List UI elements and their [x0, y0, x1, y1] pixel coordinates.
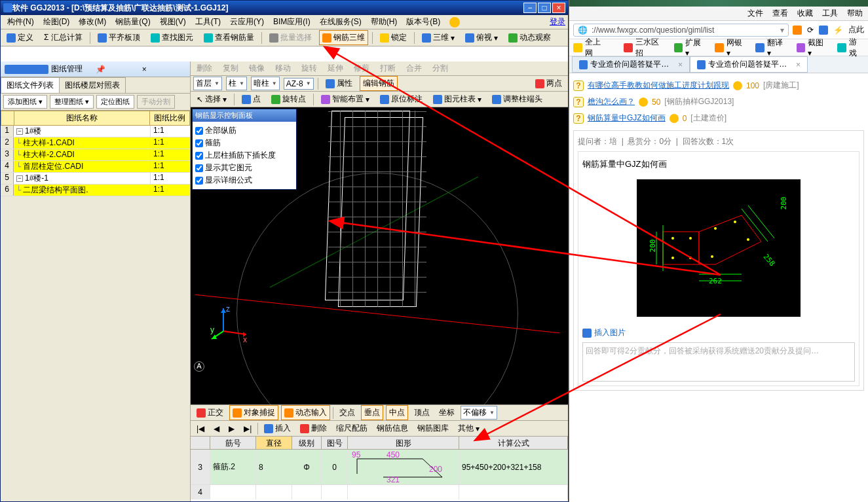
scale-rebar-button[interactable]: 缩尺配筋 — [333, 421, 371, 436]
move-button[interactable]: 移动 — [272, 61, 294, 76]
refresh-icon[interactable]: ⟳ — [807, 26, 814, 35]
insert-button[interactable]: 插入 — [261, 421, 294, 436]
split-drawing-button[interactable]: 手动分割 — [137, 95, 175, 109]
ortho-button[interactable]: 正交 — [193, 405, 227, 420]
rebar-3d-button[interactable]: 钢筋三维 — [319, 30, 368, 45]
question-link[interactable]: 檐沟怎么画？ — [588, 96, 635, 107]
offset-select[interactable]: 不偏移▼ — [461, 406, 497, 420]
delete-button[interactable]: 删除 — [193, 61, 216, 76]
menu-bim[interactable]: BIM应用(I) — [269, 15, 314, 29]
drawing-row[interactable]: 1− 1#楼1:1 — [1, 126, 190, 137]
merge-button[interactable]: 合并 — [403, 61, 425, 76]
trim-button[interactable]: 修剪 — [350, 61, 373, 76]
login-link[interactable]: 登录 — [550, 16, 565, 27]
tab-close-icon[interactable]: × — [796, 60, 801, 69]
drawing-canvas[interactable]: 钢筋显示控制面板 全部纵筋箍筋上层柱插筋下插长度显示其它图元显示详细公式 A 2… — [191, 107, 568, 404]
rebar-checkbox[interactable] — [195, 152, 203, 160]
bookmark-item[interactable]: 网银 ▾ — [715, 37, 747, 59]
tab-close-icon[interactable]: × — [678, 60, 683, 69]
coord-button[interactable]: 坐标 — [436, 405, 458, 420]
attr-button[interactable]: 属性 — [322, 76, 356, 91]
align-button[interactable]: 平齐板顶 — [94, 30, 143, 45]
persp-button[interactable]: 俯视▾ — [462, 30, 501, 45]
elemtbl-button[interactable]: 图元柱表▾ — [430, 92, 485, 107]
rebar-option[interactable]: 显示详细公式 — [195, 174, 293, 187]
find-button[interactable]: 查找图元 — [147, 30, 197, 45]
menu-tools[interactable]: 工具(T) — [191, 15, 225, 29]
mirror-button[interactable]: 镜像 — [246, 61, 268, 76]
rebar-checkbox[interactable] — [195, 177, 203, 185]
floor-select[interactable]: 首层▼ — [193, 77, 222, 90]
bookmark-item[interactable]: 游戏 — [837, 37, 864, 59]
tidy-drawing-button[interactable]: 整理图纸 ▾ — [50, 95, 94, 109]
prev-button[interactable]: ◀ — [210, 422, 223, 435]
sum-button[interactable]: Σ 汇总计算 — [41, 30, 86, 45]
point-button[interactable]: 点 — [238, 92, 264, 107]
bookmark-item[interactable]: 翻译 ▾ — [755, 37, 788, 59]
osnap-button[interactable]: 对象捕捉 — [229, 405, 278, 420]
mid-button[interactable]: 中点 — [386, 405, 408, 420]
rebar-option[interactable]: 上层柱插筋下插长度 — [195, 149, 293, 162]
apex-button[interactable]: 顶点 — [411, 405, 433, 420]
rotate-button[interactable]: 旋转 — [298, 61, 320, 76]
dot-label[interactable]: 点此 — [848, 24, 864, 35]
panel-close-icon[interactable]: × — [142, 65, 186, 74]
rebar-row-empty[interactable]: 4 — [191, 485, 568, 501]
rebar-checkbox[interactable] — [195, 127, 203, 135]
rebar-row[interactable]: 3 箍筋.2 8 Φ 0 95 450 200 321 95+450+200+3… — [191, 450, 568, 485]
two-point-button[interactable]: 两点 — [532, 76, 565, 91]
rebar-option[interactable]: 箍筋 — [195, 137, 293, 149]
delete-row-button[interactable]: 删除 — [297, 421, 330, 436]
lock-button[interactable]: 锁定 — [377, 30, 410, 45]
next-button[interactable]: ▶ — [225, 422, 238, 435]
rotpoint-button[interactable]: 旋转点 — [268, 92, 309, 107]
batch-button[interactable]: 批量选择 — [266, 30, 315, 45]
answer-input[interactable]: 回答即可得2分贡献分，回答被采纳获得系统赠送20贡献分及提问… — [582, 342, 855, 382]
pin-icon[interactable]: 📌 — [96, 65, 140, 74]
adjtop-button[interactable]: 调整柱端头 — [489, 92, 546, 107]
bookmark-item[interactable]: 三水区招 — [624, 37, 666, 59]
perp-button[interactable]: 垂点 — [361, 405, 383, 420]
close-button[interactable]: × — [552, 3, 565, 13]
dyn-input-button[interactable]: 动态输入 — [281, 405, 330, 420]
br-menu-fav[interactable]: 收藏 — [797, 8, 813, 19]
maximize-button[interactable]: □ — [538, 3, 551, 13]
tree-toggle[interactable]: − — [16, 175, 23, 182]
edit-rebar-button[interactable]: 编辑钢筋 — [360, 76, 398, 91]
last-button[interactable]: ▶| — [240, 422, 255, 435]
code-select[interactable]: AZ-8▼ — [284, 78, 314, 90]
drawing-row[interactable]: 2└ 柱大样-1.CADI1:1 — [1, 137, 190, 149]
tab-floor-map[interactable]: 图纸楼层对照表 — [59, 77, 126, 93]
dyn-view-button[interactable]: 动态观察 — [505, 30, 554, 45]
drawing-row[interactable]: 4└ 首层柱定位.CADI1:1 — [1, 161, 190, 173]
action-icon-1[interactable] — [793, 26, 802, 35]
check-button[interactable]: 查看钢筋量 — [200, 30, 257, 45]
cell-shape[interactable]: 95 450 200 321 — [348, 450, 459, 484]
extend-button[interactable]: 延伸 — [324, 61, 347, 76]
menu-online[interactable]: 在线服务(S) — [316, 15, 366, 29]
view-3d-button[interactable]: 三维▾ — [419, 30, 458, 45]
question-link[interactable]: 有哪位高手教教如何做施工进度计划跟现 — [588, 80, 729, 91]
question-link[interactable]: 钢筋算量中GJZ如何画 — [588, 113, 666, 124]
rebar-option[interactable]: 全部纵筋 — [195, 124, 293, 137]
br-menu-help[interactable]: 帮助 — [847, 8, 863, 19]
flash-icon[interactable]: ⚡ — [833, 26, 843, 35]
smart-button[interactable]: 智能布置▾ — [318, 92, 373, 107]
rebar-info-button[interactable]: 钢筋信息 — [373, 421, 411, 436]
orig-button[interactable]: 原位标注 — [377, 92, 426, 107]
tree-toggle[interactable]: − — [16, 128, 23, 135]
tab-file-list[interactable]: 图纸文件列表 — [1, 77, 60, 93]
menu-component[interactable]: 构件(N) — [3, 15, 38, 29]
menu-version[interactable]: 版本号(B) — [402, 15, 444, 29]
cell-name[interactable]: 箍筋.2 — [210, 450, 256, 484]
cell-grade[interactable]: Φ — [292, 450, 322, 484]
rebar-lib-button[interactable]: 钢筋图库 — [414, 421, 452, 436]
define-button[interactable]: 定义 — [3, 30, 37, 45]
br-menu-view[interactable]: 查看 — [772, 8, 788, 19]
category-select[interactable]: 柱▼ — [226, 77, 247, 90]
menu-modify[interactable]: 修改(M) — [75, 15, 110, 29]
select-button[interactable]: ↖选择▾ — [193, 92, 230, 107]
intersect-button[interactable]: 交点 — [336, 405, 358, 420]
bookmark-left[interactable]: 全上网 — [573, 37, 608, 59]
dropdown-icon[interactable]: ▾ — [780, 26, 784, 35]
